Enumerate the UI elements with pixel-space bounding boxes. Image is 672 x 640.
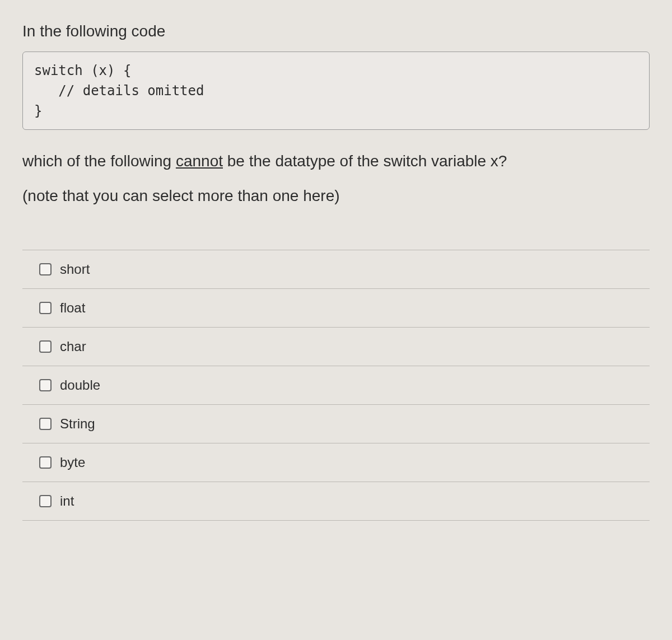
question-note: (note that you can select more than one … [22, 187, 650, 205]
option-label: int [60, 493, 74, 509]
code-content: switch (x) { // details omitted } [34, 60, 638, 121]
option-row-float[interactable]: float [22, 288, 650, 327]
option-label: String [60, 416, 95, 432]
option-row-char[interactable]: char [22, 327, 650, 366]
question-intro: In the following code [22, 22, 650, 40]
checkbox-string[interactable] [39, 418, 52, 430]
checkbox-float[interactable] [39, 302, 52, 314]
options-container: short float char double String byte int [22, 250, 650, 521]
checkbox-short[interactable] [39, 263, 52, 275]
code-block: switch (x) { // details omitted } [22, 52, 650, 130]
checkbox-int[interactable] [39, 495, 52, 507]
checkbox-char[interactable] [39, 340, 52, 353]
checkbox-double[interactable] [39, 379, 52, 391]
option-row-short[interactable]: short [22, 250, 650, 288]
option-label: char [60, 339, 86, 354]
option-label: float [60, 300, 85, 316]
option-row-byte[interactable]: byte [22, 443, 650, 482]
option-row-string[interactable]: String [22, 404, 650, 443]
option-row-int[interactable]: int [22, 482, 650, 521]
option-label: double [60, 377, 100, 393]
question-text-before: which of the following [22, 152, 176, 170]
question-text: which of the following cannot be the dat… [22, 150, 650, 173]
option-label: short [60, 261, 90, 277]
option-row-double[interactable]: double [22, 366, 650, 404]
option-label: byte [60, 455, 85, 470]
question-text-after: be the datatype of the switch variable x… [223, 152, 507, 170]
checkbox-byte[interactable] [39, 456, 52, 469]
question-container: In the following code switch (x) { // de… [22, 22, 650, 521]
question-text-underlined: cannot [176, 152, 223, 170]
